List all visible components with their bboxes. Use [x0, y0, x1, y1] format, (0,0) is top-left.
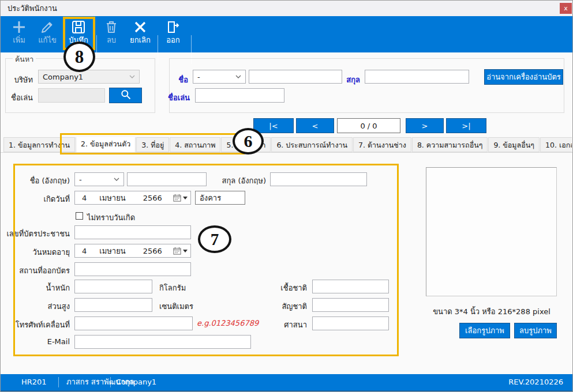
exit-button-label: ออก: [166, 36, 180, 45]
statusbar-separator: [58, 377, 59, 387]
delete-button-label: ลบ: [107, 36, 116, 45]
delete-button[interactable]: ลบ: [99, 19, 124, 45]
issue-place-label: สถานที่ออกบัตร: [19, 265, 70, 277]
name-en-title-dropdown[interactable]: -: [74, 172, 124, 186]
expiry-year: 2566: [143, 247, 162, 255]
name-en-label: ชื่อ (อังกฤษ): [30, 175, 70, 187]
expiry-day: 4: [82, 247, 87, 255]
religion-input[interactable]: [312, 316, 389, 330]
calendar-icon: [173, 247, 188, 255]
window-title: ประวัติพนักงาน: [8, 1, 57, 16]
tab-work-experience[interactable]: 6. ประสบการณ์ทำงาน: [271, 137, 353, 152]
tab-documents-training[interactable]: 10. เอกสาร/การอบรม: [540, 137, 572, 152]
surname-en-input[interactable]: [270, 172, 367, 186]
add-button[interactable]: เพิ่ม: [5, 19, 33, 45]
choose-photo-button[interactable]: เลือกรูปภาพ: [459, 323, 510, 338]
tab-bar: 1. ข้อมูลการทำงาน 2. ข้อมูลส่วนตัว 3. ที…: [3, 137, 572, 152]
nickname-input[interactable]: [195, 88, 284, 103]
search-legend: ค้นหา: [13, 54, 36, 65]
expiry-month: เมษายน: [99, 245, 125, 257]
exit-door-icon: [165, 19, 181, 35]
pencil-icon: [39, 19, 55, 35]
delete-photo-button[interactable]: ลบรูปภาพ: [514, 323, 557, 338]
email-label: E-Mail: [47, 337, 70, 346]
mobile-hint: e.g.0123456789: [197, 319, 259, 327]
chevron-down-icon: [129, 75, 135, 78]
surname-en-label: สกุล (อังกฤษ): [222, 175, 266, 187]
add-button-label: เพิ่ม: [13, 36, 25, 45]
email-input[interactable]: [74, 335, 251, 349]
unknown-birthdate-label: ไม่ทราบวันเกิด: [87, 212, 135, 224]
tab-content-divider: [1, 152, 572, 153]
weight-input[interactable]: [74, 280, 152, 293]
name-title-value: -: [197, 73, 200, 81]
weekday-box: อังคาร: [195, 191, 245, 205]
name-en-input[interactable]: [127, 172, 207, 186]
edit-button-label: แก้ไข: [38, 36, 57, 45]
surname-label: สกุล: [346, 74, 360, 86]
birth-year: 2566: [143, 194, 162, 202]
trash-icon: [103, 19, 119, 35]
employee-history-window: ประวัติพนักงาน x เพิ่ม แก้ไข บันทึก: [0, 0, 573, 392]
first-name-input[interactable]: [249, 70, 342, 84]
height-unit-label: เซนติเมตร: [159, 300, 193, 312]
tab-personal-info[interactable]: 2. ข้อมูลส่วนตัว: [76, 137, 136, 152]
first-record-button[interactable]: |<: [253, 118, 294, 133]
name-en-title-value: -: [79, 175, 82, 184]
last-record-button[interactable]: >|: [446, 118, 486, 133]
statusbar-company: Company1: [116, 374, 156, 390]
issue-place-input[interactable]: [74, 262, 191, 276]
name-title-dropdown[interactable]: -: [193, 70, 246, 84]
weight-unit-label: กิโลกรัม: [159, 282, 186, 294]
religion-label: ศาสนา: [284, 319, 307, 331]
person-groupbox: [169, 58, 564, 113]
plus-icon: [11, 19, 27, 35]
id-card-label: เลขที่บัตรประชาชน: [6, 228, 70, 240]
card-reader-button[interactable]: อ่านจากเครื่องอ่านบัตร: [484, 69, 563, 85]
height-input[interactable]: [74, 298, 152, 312]
tab-other-info[interactable]: 9. ข้อมูลอื่นๆ: [488, 137, 540, 152]
tab-marital-status[interactable]: 4. สถานภาพ: [170, 137, 220, 152]
exit-button[interactable]: ออก: [160, 19, 186, 45]
photo-placeholder: [426, 167, 557, 296]
prev-record-button[interactable]: <: [296, 118, 334, 133]
search-nickname-input[interactable]: [38, 88, 105, 103]
next-record-button[interactable]: >: [406, 118, 444, 133]
nationality-label: สัญชาติ: [282, 300, 307, 312]
search-nickname-label: ชื่อเล่น: [11, 92, 33, 104]
toolbar-separator: [158, 35, 158, 64]
tab-other-abilities[interactable]: 8. ความสามารถอื่นๆ: [412, 137, 488, 152]
cancel-x-icon: [132, 19, 148, 35]
close-button[interactable]: x: [560, 3, 572, 14]
record-counter: 0 / 0: [337, 118, 400, 133]
tab-address[interactable]: 3. ที่อยู่: [136, 137, 169, 152]
cancel-button[interactable]: ยกเลิก: [125, 19, 155, 45]
annotation-circle-8: 8: [63, 42, 95, 72]
mobile-label: โทรศัพท์เคลื่อนที่: [16, 319, 70, 331]
photo-size-caption: ขนาด 3*4 นิ้ว หรือ 216*288 pixel: [417, 306, 566, 318]
tab-work-info[interactable]: 1. ข้อมูลการทำงาน: [3, 137, 75, 152]
weight-label: น้ำหนัก: [46, 282, 70, 294]
id-card-input[interactable]: [74, 225, 191, 239]
expiry-label: วันหมดอายุ: [33, 246, 70, 258]
unknown-birthdate-checkbox[interactable]: [76, 212, 83, 220]
tab-technical-skills[interactable]: 7. ด้านงานช่าง: [353, 137, 411, 152]
birthdate-label: เกิดวันที่: [43, 193, 70, 205]
race-input[interactable]: [312, 280, 389, 293]
search-icon: [120, 89, 132, 102]
edit-button[interactable]: แก้ไข: [33, 19, 61, 45]
company-dropdown[interactable]: Company1: [38, 70, 140, 84]
mobile-input[interactable]: [74, 316, 193, 330]
expiry-date-picker[interactable]: 4 เมษายน 2566: [74, 244, 191, 258]
statusbar-revision: REV.20210226: [508, 374, 563, 390]
birth-month: เมษายน: [99, 192, 125, 204]
birthdate-picker[interactable]: 4 เมษายน 2566: [74, 191, 191, 205]
nationality-input[interactable]: [312, 298, 389, 312]
search-button[interactable]: [109, 88, 142, 103]
surname-input[interactable]: [365, 70, 469, 84]
chevron-down-icon: [114, 178, 119, 181]
nickname-label: ชื่อเล่น: [168, 92, 190, 104]
company-dropdown-value: Company1: [43, 73, 83, 81]
birth-day: 4: [82, 194, 87, 202]
annotation-circle-6: 6: [233, 128, 264, 154]
